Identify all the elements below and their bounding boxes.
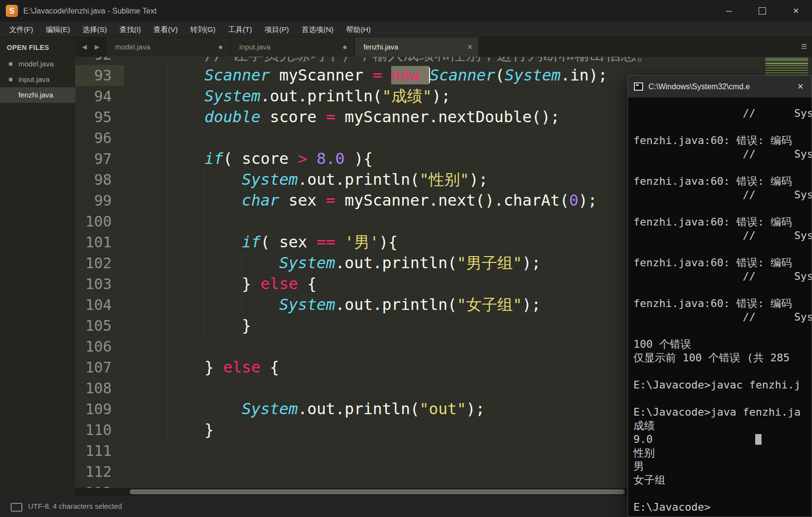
- cmd-window: C:\Windows\System32\cmd.e ✕ // Sysfenzhi…: [628, 75, 812, 517]
- sidebar: OPEN FILES model.javainput.javafenzhi.ja…: [0, 37, 75, 496]
- menu-item[interactable]: 转到(G): [184, 22, 222, 37]
- code-line: System.out.println("男子组");: [130, 253, 541, 274]
- cmd-title-bar: C:\Windows\System32\cmd.e ✕: [628, 76, 812, 97]
- sidebar-file-model.java[interactable]: model.java: [0, 56, 75, 72]
- sidebar-file-label: fenzhi.java: [18, 91, 53, 99]
- cmd-close-button[interactable]: ✕: [797, 76, 804, 97]
- line-number: 105: [75, 315, 124, 336]
- code-line: Scanner myScanner = new Scanner(System.i…: [130, 65, 608, 86]
- cmd-line: // Sys: [633, 229, 812, 242]
- sidebar-file-label: model.java: [18, 60, 54, 68]
- line-number: 107: [75, 357, 124, 378]
- tab-label: fenzhi.java: [364, 43, 398, 51]
- cmd-line: fenzhi.java:60: 错误: 编码: [633, 215, 812, 229]
- menu-item[interactable]: 查看(V): [147, 22, 184, 37]
- sublime-icon: S: [6, 5, 18, 17]
- maximize-icon: [759, 7, 766, 15]
- dirty-dot-icon: [343, 46, 347, 49]
- menu-item[interactable]: 工具(T): [222, 22, 258, 37]
- cmd-line: 100 个错误: [633, 338, 812, 351]
- open-files-header: OPEN FILES: [0, 37, 75, 56]
- line-number: 96: [75, 128, 124, 148]
- tab-scroll-left-icon[interactable]: ◀: [78, 37, 91, 57]
- line-number: 113: [75, 482, 124, 488]
- minimap[interactable]: [765, 58, 808, 75]
- tab-fenzhi.java[interactable]: fenzhi.java✕: [355, 37, 479, 57]
- line-number: 104: [75, 294, 124, 315]
- line-number: 101: [75, 232, 124, 253]
- minimize-button[interactable]: ─: [714, 0, 744, 22]
- cmd-line: 男: [633, 460, 812, 473]
- tab-overflow-icon[interactable]: ≡: [801, 37, 807, 57]
- code-line: System.out.println("成绩");: [130, 86, 450, 107]
- dirty-dot-icon: [9, 62, 13, 66]
- menu-item[interactable]: 选择(S): [76, 22, 113, 37]
- cmd-icon: [634, 82, 643, 91]
- line-number: 103: [75, 274, 124, 294]
- line-number: 95: [75, 107, 124, 128]
- cmd-window-title: C:\Windows\System32\cmd.e: [648, 76, 750, 97]
- code-line: // 让学员先练习下），输入成绩和性别，进行判断和输出信息。: [130, 57, 652, 65]
- maximize-button[interactable]: [747, 0, 777, 22]
- cmd-line: 性别: [633, 446, 812, 460]
- menu-item[interactable]: 项目(P): [258, 22, 295, 37]
- tab-close-icon[interactable]: ✕: [467, 37, 473, 57]
- cmd-line: [633, 202, 812, 215]
- title-bar: S E:\Javacode\fenzhi.java - Sublime Text…: [0, 0, 812, 22]
- menu-item[interactable]: 首选项(N): [295, 22, 340, 37]
- line-number: 94: [75, 86, 124, 107]
- cmd-line: fenzhi.java:60: 错误: 编码: [633, 134, 812, 147]
- menu-item[interactable]: 编辑(E): [39, 22, 76, 37]
- code-line: System.out.println("女子组");: [130, 294, 541, 315]
- cmd-line: [633, 324, 812, 338]
- code-line: } else {: [130, 274, 316, 294]
- dirty-dot-icon: [219, 46, 222, 49]
- cmd-output[interactable]: // Sysfenzhi.java:60: 错误: 编码 // Sysfenzh…: [628, 97, 812, 517]
- tab-bar: ◀ ▶ model.javainput.javafenzhi.java✕ ≡: [75, 37, 812, 57]
- status-icon: [11, 503, 22, 512]
- cmd-line: // Sys: [633, 270, 812, 283]
- line-number: 92: [75, 57, 124, 65]
- tab-model.java[interactable]: model.java: [106, 37, 231, 57]
- cmd-line: fenzhi.java:60: 错误: 编码: [633, 256, 812, 270]
- sidebar-file-fenzhi.java[interactable]: fenzhi.java: [0, 87, 75, 103]
- cmd-line: fenzhi.java:60: 错误: 编码: [633, 175, 812, 188]
- sidebar-file-label: input.java: [18, 75, 50, 83]
- close-button[interactable]: ✕: [781, 0, 811, 22]
- dirty-dot-icon: [9, 78, 13, 81]
- line-number: 93: [75, 65, 124, 86]
- line-number: 98: [75, 169, 124, 190]
- cmd-line: [633, 392, 812, 405]
- open-files-list: model.javainput.javafenzhi.java: [0, 56, 75, 103]
- menu-bar: 文件(F)编辑(E)选择(S)查找(I)查看(V)转到(G)工具(T)项目(P)…: [0, 22, 812, 37]
- tab-input.java[interactable]: input.java: [231, 37, 355, 57]
- cmd-line: [633, 283, 812, 297]
- tab-scroll-right-icon[interactable]: ▶: [91, 37, 103, 57]
- line-number: 112: [75, 461, 124, 482]
- cmd-line: 仅显示前 100 个错误 (共 285: [633, 351, 812, 365]
- horizontal-scrollbar-thumb[interactable]: [130, 489, 625, 494]
- line-number: 109: [75, 399, 124, 420]
- code-line: System.out.println("out");: [130, 399, 485, 420]
- cmd-line: // Sys: [633, 107, 812, 120]
- line-number: 106: [75, 336, 124, 357]
- cmd-line: 9.0: [633, 433, 812, 446]
- sidebar-file-input.java[interactable]: input.java: [0, 72, 75, 87]
- menu-item[interactable]: 帮助(H): [340, 22, 377, 37]
- cmd-line: 女子组: [633, 473, 812, 487]
- menu-item[interactable]: 文件(F): [3, 22, 39, 37]
- cmd-line: [633, 161, 812, 175]
- code-line: } else {: [130, 357, 279, 378]
- cmd-line: [633, 365, 812, 378]
- cmd-line: // Sys: [633, 188, 812, 202]
- cmd-cursor: [755, 434, 762, 445]
- code-line: }: [130, 315, 251, 336]
- line-number: 102: [75, 253, 124, 274]
- tabs: model.javainput.javafenzhi.java✕: [106, 37, 479, 57]
- window-title: E:\Javacode\fenzhi.java - Sublime Text: [23, 0, 157, 22]
- tab-label: model.java: [115, 43, 150, 51]
- cmd-line: // Sys: [633, 147, 812, 161]
- line-number: 97: [75, 148, 124, 169]
- menu-item[interactable]: 查找(I): [113, 22, 147, 37]
- code-line: if( score > 8.0 ){: [130, 148, 373, 169]
